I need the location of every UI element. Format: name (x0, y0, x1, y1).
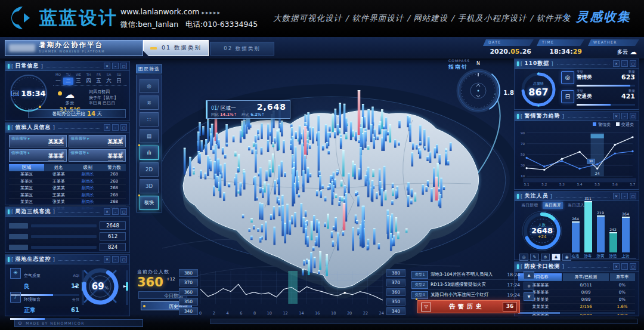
duty-leader-card[interactable]: 值班领导某某某 (69, 135, 126, 147)
people-count-gauge: 人数2648+24 (521, 209, 564, 252)
weekday-cn[interactable]: 五 (94, 78, 104, 85)
website-url[interactable]: www.lanlanwork.com (120, 7, 200, 16)
minimize-icon[interactable] (112, 256, 119, 263)
legend-item[interactable]: 警情类 (593, 122, 611, 128)
minimize-icon[interactable] (621, 113, 628, 119)
alert-row[interactable]: 类型4某路口有小汽车连闯三个红灯19:24 (411, 290, 520, 300)
people-tab[interactable]: 当日新增 (519, 202, 540, 209)
expand-icon[interactable] (120, 124, 127, 131)
close-icon[interactable] (104, 124, 110, 131)
alert-history-button[interactable]: 告警历史 36 (417, 300, 520, 313)
table-row[interactable]: 某某区张某某副局长268 (9, 171, 126, 178)
layer-button-bar-chart[interactable]: ılı (140, 146, 159, 160)
expand-icon[interactable] (630, 113, 636, 119)
trend-line-chart[interactable]: 90705030105.15.25.35.45.55.65.72430 (517, 128, 637, 189)
map-tooltip[interactable]: 01/ 区域一 2,648 同比 14.1%↑ 环比 6.2%↑ (206, 100, 290, 119)
weekday-cn[interactable]: 四 (83, 78, 94, 85)
duty-leader-card[interactable]: 值班领导某某某 (9, 135, 67, 147)
layer-button-crowd[interactable]: ∷ (140, 112, 159, 127)
close-icon[interactable] (104, 208, 110, 215)
table-header-cell[interactable]: 警力数 (103, 164, 126, 171)
x-axis-tick: 12 (283, 311, 287, 316)
x-axis-tick: 8 (253, 311, 256, 316)
platform-subtitle: SUMMER WORKING PLATFORM (39, 48, 105, 55)
inspiration-collect[interactable]: ✧ 灵感收集 (561, 8, 631, 25)
legend-item[interactable]: 交通类 (616, 122, 634, 128)
weekday-cn[interactable]: 三 (73, 78, 83, 85)
table-row[interactable]: 某某区王某某副局长268 (9, 192, 126, 199)
table-header-cell[interactable]: 异常/已检测 (563, 273, 609, 281)
close-icon[interactable] (104, 63, 110, 69)
checkpoint-row[interactable]: 某某某某0/890% (518, 297, 635, 304)
checkpoint-row[interactable]: 某某某某0/3110% (518, 282, 635, 289)
occupancy-line-chart[interactable] (199, 269, 384, 310)
people-icon-4[interactable]: ◉ (562, 254, 571, 261)
close-icon[interactable] (613, 263, 620, 270)
layer-button-camera[interactable]: ◎ (140, 79, 159, 93)
alert-message: RD13-53烟感报警疑似火灾 (431, 282, 504, 288)
minimize-icon[interactable] (112, 124, 119, 131)
minimize-icon[interactable] (621, 263, 628, 270)
alarm-category-row[interactable]: ◎类型警情类数量623 (561, 69, 635, 88)
checkpoint-row[interactable]: 某某某某2/1561.6% (518, 304, 635, 311)
close-icon[interactable] (613, 113, 620, 119)
gauge-value: 69 (92, 281, 104, 292)
scroll-down-button[interactable] (524, 292, 534, 301)
close-icon[interactable] (613, 60, 620, 67)
compass-widget[interactable]: COMPASS 指南针 N 1.8 (447, 58, 509, 119)
layer-button-3d[interactable]: 3D (140, 179, 159, 193)
people-bar-chart[interactable]: 264在逃311涉毒219涉黄242涉恐264上访 (571, 207, 636, 259)
people-icon-2[interactable]: ⊕ (541, 254, 550, 261)
duty-leader-card[interactable]: 值班领导某某某 (9, 149, 67, 162)
close-icon[interactable] (613, 193, 620, 199)
arrows-decoration: ▸▸▸▸▸ (202, 10, 222, 16)
scroll-indicator[interactable] (524, 282, 534, 290)
alert-row[interactable]: 类型2RD13-53烟感报警疑似火灾17:24 (411, 280, 520, 290)
layer-filter-toolbar: 图层筛选 ◎≋∷▤ılı2D3D板块 (136, 64, 162, 212)
arrow-right-icon[interactable]: ► (123, 283, 127, 289)
table-cell: 某某区 (9, 185, 44, 192)
expand-icon[interactable] (120, 208, 127, 215)
people-tab[interactable]: 当日离开 (543, 202, 563, 209)
weekday-cn[interactable]: 日 (114, 78, 124, 85)
people-icon-1[interactable]: ✎ (530, 254, 539, 261)
table-header-cell[interactable]: 姓名 (44, 164, 73, 171)
layer-button-plate[interactable]: 板块 (140, 196, 159, 210)
table-row[interactable]: 某某区张某某副局长268 (9, 185, 126, 192)
expand-icon[interactable] (120, 63, 127, 69)
expand-icon[interactable] (630, 263, 636, 270)
duty-leader-card[interactable]: 值班领导某某某 (69, 149, 126, 162)
arrow-left-icon[interactable]: ◄ (73, 283, 77, 289)
layer-button-signal[interactable]: ≋ (140, 95, 159, 110)
scroll-up-button[interactable] (524, 271, 534, 279)
minimize-icon[interactable] (621, 60, 628, 67)
table-header-cell[interactable]: 区域 (9, 164, 44, 171)
table-row[interactable]: 某某区王某某副局长268 (9, 178, 126, 186)
office-count-value: 360 (137, 275, 163, 289)
checkpoint-row[interactable]: 某某某某0/890% (518, 289, 635, 297)
layer-button-2d[interactable]: 2D (140, 162, 159, 177)
weekday-cn[interactable]: 一 (53, 78, 63, 85)
weekday-cn[interactable]: 二 (63, 78, 73, 85)
layer-button-building[interactable]: ▤ (140, 129, 159, 143)
people-icon-0[interactable]: ◎ (519, 254, 528, 261)
expand-icon[interactable] (630, 193, 636, 199)
expand-icon[interactable] (120, 256, 127, 263)
minimize-icon[interactable] (621, 193, 628, 199)
alarm-category-row[interactable]: ⊟类型交通类数量421 (561, 88, 635, 107)
horizontal-scrollbar[interactable] (518, 312, 635, 314)
table-row[interactable]: 某某区张某某副局长268 (9, 199, 126, 206)
legend-swatch (593, 122, 596, 126)
close-icon[interactable] (104, 256, 110, 263)
expand-icon[interactable] (630, 60, 636, 67)
minimize-icon[interactable] (112, 208, 119, 215)
y-axis-tick: 360 (179, 288, 198, 296)
minimize-icon[interactable] (112, 63, 119, 69)
weekday-cn[interactable]: 六 (104, 78, 114, 85)
logo[interactable]: 蓝蓝设计 (8, 5, 118, 31)
table-header-cell[interactable]: 级别 (73, 164, 103, 171)
people-icon-3[interactable]: ♟ (552, 254, 561, 261)
alert-row[interactable]: 类型1湿地3-104片区有不明人员闯入18:24 (411, 270, 520, 280)
table-cell: 副局长 (73, 178, 103, 185)
table-header-cell[interactable]: 异常率 (610, 273, 635, 281)
